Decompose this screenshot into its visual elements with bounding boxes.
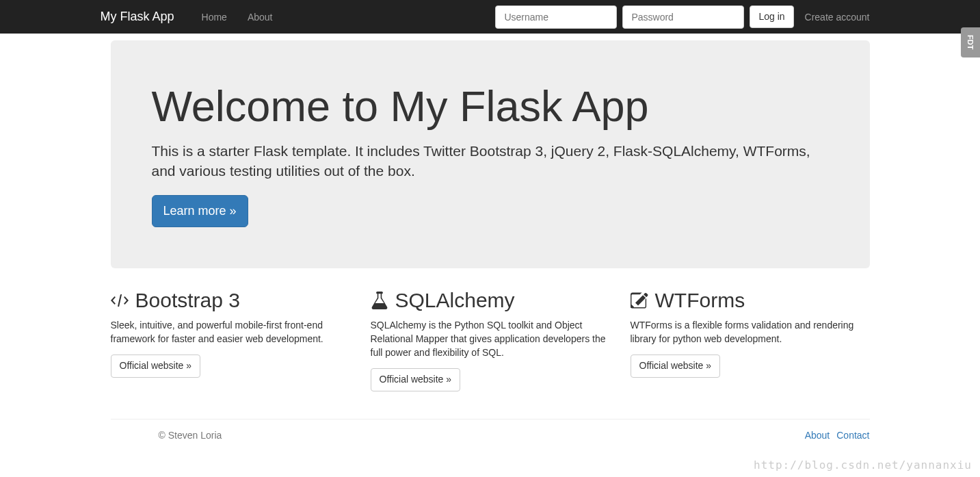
nav-link-home[interactable]: Home xyxy=(191,2,237,32)
feature-wtforms: WTForms WTForms is a flexible forms vali… xyxy=(620,289,880,391)
official-website-button[interactable]: Official website » xyxy=(631,354,721,378)
flask-icon xyxy=(371,292,388,309)
footer-link-about[interactable]: About xyxy=(805,430,830,441)
feature-sqlalchemy: SQLAlchemy SQLAlchemy is the Python SQL … xyxy=(360,289,620,391)
feature-description: Sleek, intuitive, and powerful mobile-fi… xyxy=(111,319,350,346)
code-icon xyxy=(111,292,129,309)
navbar: My Flask App Home About Log in Create ac… xyxy=(0,0,980,34)
footer-link-contact[interactable]: Contact xyxy=(836,430,869,441)
jumbotron-title: Welcome to My Flask App xyxy=(152,81,829,131)
feature-description: WTForms is a flexible forms validation a… xyxy=(631,319,870,346)
jumbotron-lead: This is a starter Flask template. It inc… xyxy=(152,141,829,181)
feature-title: SQLAlchemy xyxy=(395,289,515,312)
official-website-button[interactable]: Official website » xyxy=(371,368,461,391)
password-input[interactable] xyxy=(622,5,744,29)
navbar-brand[interactable]: My Flask App xyxy=(101,0,185,34)
footer: © Steven Loria About Contact xyxy=(111,430,870,461)
jumbotron: Welcome to My Flask App This is a starte… xyxy=(111,40,870,268)
side-tab[interactable]: FDT xyxy=(961,27,980,57)
feature-heading: Bootstrap 3 xyxy=(111,289,350,312)
footer-copyright: © Steven Loria xyxy=(159,430,222,441)
navbar-right: Log in Create account xyxy=(495,2,879,32)
watermark: http://blog.csdn.net/yannanxiu xyxy=(754,459,972,461)
login-button[interactable]: Log in xyxy=(750,5,793,29)
username-input[interactable] xyxy=(495,5,617,29)
feature-heading: WTForms xyxy=(631,289,870,312)
feature-description: SQLAlchemy is the Python SQL toolkit and… xyxy=(371,319,610,360)
feature-title: Bootstrap 3 xyxy=(135,289,240,312)
feature-heading: SQLAlchemy xyxy=(371,289,610,312)
features-row: Bootstrap 3 Sleek, intuitive, and powerf… xyxy=(101,289,880,391)
nav-link-about[interactable]: About xyxy=(237,2,283,32)
learn-more-button[interactable]: Learn more » xyxy=(152,195,248,228)
footer-divider xyxy=(111,419,870,420)
official-website-button[interactable]: Official website » xyxy=(111,354,201,378)
feature-bootstrap: Bootstrap 3 Sleek, intuitive, and powerf… xyxy=(101,289,360,391)
create-account-link[interactable]: Create account xyxy=(799,2,880,32)
feature-title: WTForms xyxy=(655,289,745,312)
edit-icon xyxy=(631,292,648,309)
